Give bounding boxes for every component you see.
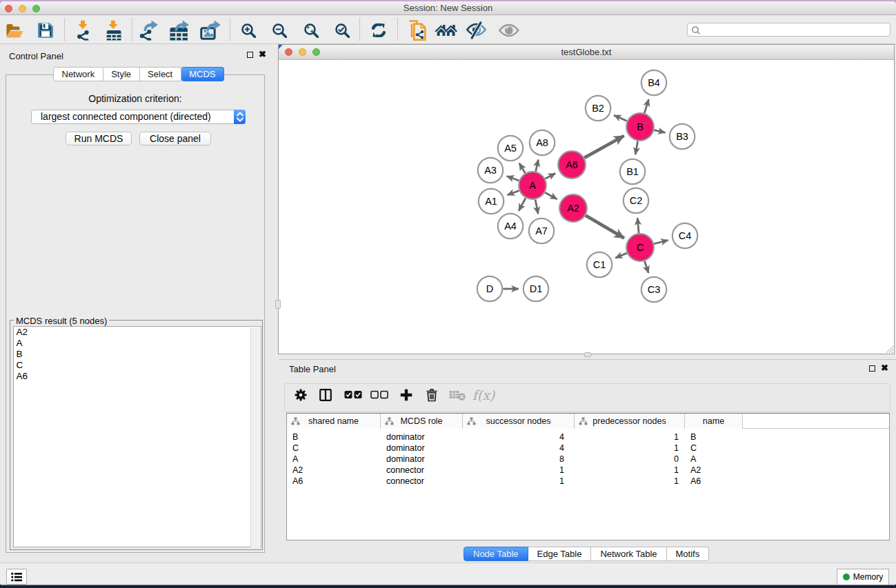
column-header-shared-name[interactable]: shared name	[287, 414, 381, 429]
toolbar-separator	[359, 18, 360, 41]
new-network-from-selection-icon[interactable]	[408, 20, 426, 41]
import-network-icon[interactable]	[74, 21, 91, 41]
edge-C-C2[interactable]	[637, 218, 639, 233]
close-panel-icon[interactable]: ✖	[259, 51, 266, 58]
edge-B-B2[interactable]	[614, 115, 627, 121]
edge-B-B1[interactable]	[635, 141, 637, 155]
edge-A-A2[interactable]	[545, 192, 557, 199]
edge-A-A6[interactable]	[545, 173, 555, 179]
deselect-all-icon[interactable]	[370, 390, 388, 399]
mcds-result-title: MCDS result (5 nodes)	[14, 316, 109, 326]
toolbar-separator	[132, 18, 132, 41]
table-cell: 1	[575, 443, 679, 454]
close-panel-button[interactable]: Close panel	[139, 132, 211, 145]
control-panel-tabs: NetworkStyleSelectMCDS	[53, 67, 224, 81]
column-header-MCDS-role[interactable]: MCDS role	[381, 414, 463, 429]
edge-B-B4[interactable]	[644, 99, 648, 113]
optimization-criterion-value: largest connected component (directed)	[41, 110, 231, 123]
zoom-fit-icon[interactable]	[303, 23, 319, 38]
search-input[interactable]	[687, 23, 890, 37]
edge-A-A3[interactable]	[507, 176, 519, 181]
optimization-criterion-select[interactable]: largest connected component (directed)	[31, 110, 246, 124]
network-canvas[interactable]: AA1A2A3A4A5A6A7A8BB1B2B3B4CC1C2C3C4DD1	[279, 60, 894, 354]
edge-A-A4[interactable]	[519, 198, 526, 211]
bottom-scroll-handle[interactable]	[584, 352, 591, 357]
mcds-list-scrollbar[interactable]	[250, 327, 260, 547]
table-row[interactable]: A6connector11A6	[287, 476, 889, 487]
memory-label: Memory	[853, 572, 883, 582]
split-columns-icon[interactable]	[319, 389, 332, 401]
delete-column-icon[interactable]	[426, 388, 438, 401]
tab-network[interactable]: Network	[53, 67, 103, 81]
table-cell: 1	[463, 476, 564, 487]
float-table-panel-icon[interactable]	[869, 365, 875, 372]
edge-C-C4[interactable]	[654, 240, 668, 243]
node-label-C1: C1	[593, 259, 606, 270]
table-panel-title: Table Panel	[289, 364, 336, 374]
table-cell: 1	[575, 476, 679, 487]
column-header-successor-nodes[interactable]: successor nodes	[463, 414, 575, 429]
close-table-panel-icon[interactable]: ✖	[881, 365, 888, 372]
zoom-selected-icon[interactable]	[335, 23, 350, 38]
tab-style[interactable]: Style	[103, 67, 140, 81]
first-neighbors-icon[interactable]	[435, 24, 458, 37]
mcds-result-item[interactable]: B	[17, 349, 28, 360]
search-icon	[691, 26, 701, 35]
tab-node-table[interactable]: Node Table	[464, 547, 528, 561]
edge-A-A1[interactable]	[508, 190, 519, 195]
mcds-result-item[interactable]: A	[17, 338, 28, 349]
table-row[interactable]: A2connector11A2	[287, 465, 889, 476]
control-panel: Control Panel ✖ NetworkStyleSelectMCDS O…	[3, 44, 270, 561]
show-all-icon[interactable]	[499, 23, 519, 38]
edge-B-B3[interactable]	[654, 130, 665, 133]
tab-edge-table[interactable]: Edge Table	[528, 547, 592, 561]
task-history-button[interactable]	[6, 569, 27, 585]
refresh-icon[interactable]	[372, 23, 386, 37]
edge-C-C3[interactable]	[644, 261, 648, 273]
resize-grip-icon[interactable]	[886, 345, 893, 353]
column-label: successor nodes	[486, 416, 551, 426]
edge-C-C1[interactable]	[615, 253, 627, 258]
left-scroll-handle[interactable]	[275, 300, 281, 309]
memory-button[interactable]: Memory	[837, 569, 889, 585]
run-mcds-button[interactable]: Run MCDS	[66, 132, 132, 145]
mcds-result-group: MCDS result (5 nodes) A2ABCA6	[10, 320, 263, 550]
export-image-icon[interactable]	[200, 20, 221, 41]
mcds-result-item[interactable]: C	[17, 360, 28, 371]
zoom-out-icon[interactable]	[272, 23, 287, 38]
node-label-A7: A7	[535, 225, 548, 236]
export-table-icon[interactable]	[170, 21, 189, 41]
tab-motifs[interactable]: Motifs	[667, 547, 710, 561]
export-network-icon[interactable]	[139, 21, 158, 41]
select-all-icon[interactable]	[344, 390, 362, 399]
tab-select[interactable]: Select	[140, 67, 181, 81]
edge-A-A8[interactable]	[536, 160, 539, 172]
network-window-title: testGlobe.txt	[279, 45, 894, 60]
tab-mcds[interactable]: MCDS	[181, 67, 224, 81]
zoom-in-icon[interactable]	[241, 23, 256, 38]
table-row[interactable]: Bdominator41B	[287, 432, 889, 443]
column-type-icon	[291, 417, 300, 425]
edge-A6-B[interactable]	[584, 136, 624, 158]
edge-A2-C[interactable]	[586, 216, 624, 239]
column-type-icon	[579, 417, 588, 425]
float-panel-icon[interactable]	[247, 52, 253, 58]
import-table-icon[interactable]	[105, 21, 121, 41]
column-header-name[interactable]: name	[685, 414, 743, 429]
open-file-icon[interactable]	[5, 22, 24, 39]
mcds-result-item[interactable]: A6	[17, 371, 28, 382]
node-table: shared name MCDS role successor nodes pr…	[286, 413, 890, 540]
toolbar-separator	[397, 18, 398, 41]
mcds-result-item[interactable]: A2	[17, 327, 28, 338]
save-session-icon[interactable]	[37, 22, 54, 39]
tab-network-table[interactable]: Network Table	[591, 547, 666, 561]
gear-icon[interactable]	[294, 388, 307, 401]
table-row[interactable]: Adominator80A	[287, 454, 889, 465]
edge-A-A7[interactable]	[535, 199, 538, 214]
column-header-predecessor-nodes[interactable]: predecessor nodes	[575, 414, 685, 429]
mcds-result-list[interactable]: A2ABCA6	[13, 326, 261, 547]
add-column-icon[interactable]	[400, 389, 412, 401]
hide-selected-icon[interactable]	[466, 21, 487, 40]
table-row[interactable]: Cdominator41C	[287, 443, 889, 454]
edge-A-A5[interactable]	[519, 163, 526, 173]
